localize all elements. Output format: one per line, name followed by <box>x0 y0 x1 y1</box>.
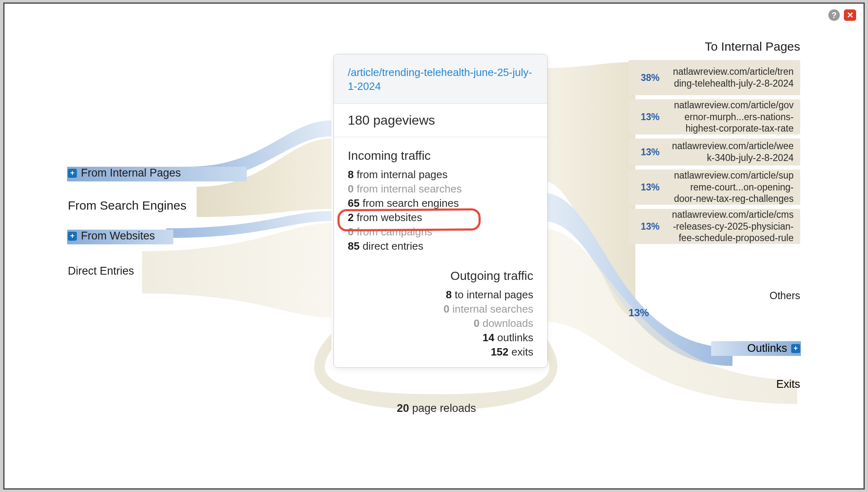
page-reloads-label: page reloads <box>412 402 476 414</box>
expand-icon[interactable]: + <box>68 169 77 178</box>
pageviews-label: pageviews <box>373 113 435 127</box>
source-from-websites[interactable]: + From Websites <box>68 230 155 242</box>
close-icon[interactable]: ✕ <box>844 9 856 21</box>
dest-pct: 13% <box>634 221 660 232</box>
stat-direct: 85 direct entries <box>348 240 533 253</box>
source-from-search[interactable]: From Search Engines <box>68 199 186 212</box>
top-icons: ? ✕ <box>828 9 856 21</box>
outlinks-label: Outlinks <box>747 342 787 355</box>
source-from-internal[interactable]: + From Internal Pages <box>68 167 181 179</box>
dest-pct: 13% <box>634 182 660 193</box>
stat-campaigns: 0 from campaigns <box>348 226 533 238</box>
dest-url: natlawreview.com/article/week-340b-july-… <box>671 140 794 164</box>
exits-label: Exits <box>776 378 800 390</box>
stat-internal-searches: 0 from internal searches <box>348 183 533 195</box>
dest-outlinks[interactable]: Outlinks + <box>747 342 800 355</box>
page-url[interactable]: /article/trending-telehealth-june-25-jul… <box>334 54 547 104</box>
dest-item[interactable]: 13% natlawreview.com/article/supreme-cou… <box>629 170 800 205</box>
dest-title: To Internal Pages <box>705 40 800 54</box>
page-reloads-value: 20 <box>397 402 409 414</box>
expand-icon[interactable]: + <box>791 344 800 353</box>
dest-url: natlawreview.com/article/supreme-court..… <box>671 170 794 205</box>
dest-item[interactable]: 13% natlawreview.com/article/cms-release… <box>629 209 800 244</box>
page-card: /article/trending-telehealth-june-25-jul… <box>333 54 548 368</box>
stat-exits: 152 exits <box>348 346 533 358</box>
dest-item[interactable]: 13% natlawreview.com/article/governor-mu… <box>629 99 800 134</box>
pageviews: 180 pageviews <box>334 104 547 137</box>
dest-item[interactable]: 38% natlawreview.com/article/trending-te… <box>629 60 800 95</box>
dest-pct: 13% <box>634 112 660 123</box>
source-label: From Websites <box>81 230 155 242</box>
source-label: From Internal Pages <box>81 167 181 179</box>
dest-url: natlawreview.com/article/trending-telehe… <box>671 66 794 89</box>
dest-pct: 38% <box>634 72 660 83</box>
stat-internal: 8 from internal pages <box>348 168 533 181</box>
dest-exits[interactable]: Exits <box>776 378 800 391</box>
stat-to-internal: 8 to internal pages <box>348 288 533 301</box>
source-label: From Search Engines <box>68 199 186 212</box>
stat-downloads: 0 downloads <box>348 317 533 330</box>
stat-out-searches: 0 internal searches <box>348 303 533 315</box>
source-direct[interactable]: Direct Entries <box>68 265 134 277</box>
dest-pct: 13% <box>634 147 660 158</box>
page-reloads: 20 page reloads <box>397 402 476 415</box>
dest-others-pct[interactable]: 13% <box>629 307 800 319</box>
help-icon[interactable]: ? <box>828 9 840 21</box>
stat-search-engines: 65 from search engines <box>348 197 533 210</box>
dest-url: natlawreview.com/article/governor-murph.… <box>671 99 794 134</box>
outgoing-section: Outgoing traffic 8 to internal pages 0 i… <box>334 257 547 367</box>
flow-from-websites <box>166 211 331 238</box>
dest-url: natlawreview.com/article/cms-releases-cy… <box>671 209 794 244</box>
modal-frame: ? ✕ <box>3 2 865 490</box>
incoming-section: Incoming traffic 8 from internal pages 0… <box>334 137 547 257</box>
dest-item[interactable]: 13% natlawreview.com/article/week-340b-j… <box>629 139 800 165</box>
section-title: Outgoing traffic <box>348 269 533 283</box>
pageviews-value: 180 <box>348 113 369 127</box>
section-title: Incoming traffic <box>348 149 533 163</box>
dest-others-label[interactable]: Others <box>770 290 800 302</box>
flow-to-internal <box>542 62 635 318</box>
expand-icon[interactable]: + <box>68 232 77 241</box>
stat-websites: 2 from websites <box>348 211 533 224</box>
source-label: Direct Entries <box>68 265 134 277</box>
stat-outlinks: 14 outlinks <box>348 331 533 344</box>
